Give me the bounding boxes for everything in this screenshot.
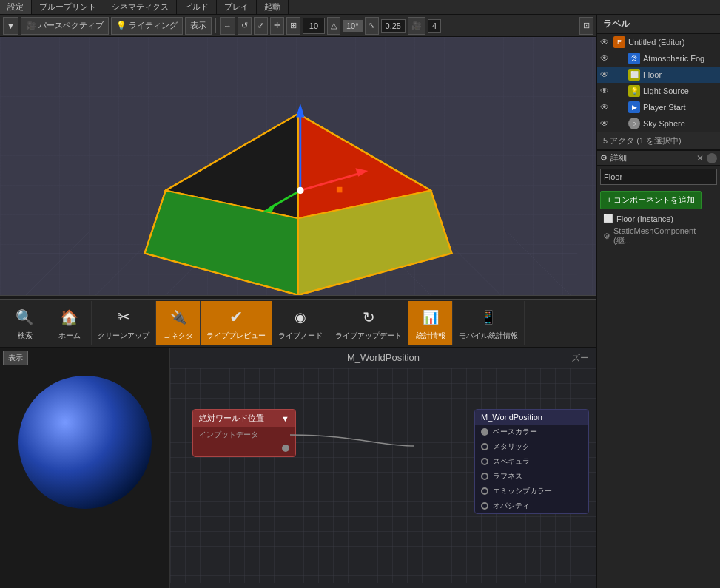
cam-speed-btn[interactable]: 🎥 [408,17,425,35]
grid-toggle[interactable]: ⊞ [286,17,300,35]
specular-pin[interactable] [481,458,488,465]
details-search-input[interactable] [600,169,717,185]
eye-icon-floor[interactable]: 👁 [600,70,610,80]
perspective-btn[interactable]: 🎥 パースペクティブ [21,17,109,35]
output-node[interactable]: M_WorldPosition ベースカラー メタリック [474,409,589,514]
output-pin[interactable] [282,445,289,452]
svg-line-8 [508,232,577,295]
tool-connector[interactable]: 🔌 コネクタ [156,301,201,345]
static-mesh-icon: ⚙ [603,232,610,241]
tool-search[interactable]: 🔍 検索 [3,301,47,345]
input-node-header: 絶対ワールド位置 ▼ [193,410,295,427]
icon-sky: ○ [628,118,640,129]
cleanup-icon: ✂ [112,305,135,329]
outliner-item-untitled[interactable]: 👁 E Untitled (Editor) [597,34,720,50]
pin-base-color: ベースカラー [475,425,588,439]
static-mesh-row: ⚙ StaticMeshComponent (継... [597,225,720,248]
icon-fog: 🌫 [628,53,640,64]
separator-1 [215,18,216,33]
opacity-pin[interactable] [481,502,488,510]
cam-speed-value: 4 [428,19,441,33]
viewport-scene [0,37,596,295]
viewport-3d[interactable] [0,37,596,295]
main-layout: ▼ 🎥 パースペクティブ 💡 ライティング 表示 ↔ ↺ ⤢ ✛ ⊞ △ 10°… [0,15,720,588]
tool-home[interactable]: 🏠 ホーム [47,301,92,345]
outliner-item-floor[interactable]: 👁 ⬜ Floor [597,67,720,83]
editor-canvas[interactable]: 絶対ワールド位置 ▼ インプットデータ [170,368,596,583]
eye-icon-sky[interactable]: 👁 [600,118,610,129]
eye-icon-light[interactable]: 👁 [600,86,610,96]
eye-icon-untitled[interactable]: 👁 [600,37,610,47]
node-expand-icon[interactable]: ▼ [281,414,289,423]
lighting-btn[interactable]: 💡 ライティング [111,17,183,35]
eye-icon-player[interactable]: 👁 [600,102,610,112]
instance-icon: ⬜ [603,214,613,223]
preview-panel: 表示 [0,348,170,588]
home-icon: 🏠 [58,305,81,329]
lighting-icon: 💡 [116,21,127,30]
stats-icon: 📊 [419,305,443,329]
details-panel: ⚙ 詳細 ✕ + コンポーネントを追加 ⬜ Floor (Instance) ⚙… [597,150,720,588]
outliner-item-light-source[interactable]: 👁 💡 Light Source [597,83,720,99]
viewport-toolbar: ▼ 🎥 パースペクティブ 💡 ライティング 表示 ↔ ↺ ⤢ ✛ ⊞ △ 10°… [0,15,596,37]
details-icon: ⚙ [600,153,608,163]
menu-launch[interactable]: 起動 [257,0,289,14]
roughness-pin[interactable] [481,473,488,480]
live-node-icon: ◉ [289,305,312,329]
details-expand-btn[interactable] [707,153,717,163]
pin-emissive: エミッシブカラー [475,484,588,499]
base-color-pin[interactable] [481,428,488,436]
display-btn[interactable]: 表示 [185,17,212,35]
svg-rect-21 [337,187,343,193]
tool-stats[interactable]: 📊 統計情報 [408,301,453,345]
preview-display-btn[interactable]: 表示 [3,351,28,365]
top-menu-bar: 設定 ブループリント シネマティクス ビルド プレイ 起動 [0,0,720,15]
pin-metallic: メタリック [475,439,588,454]
menu-settings[interactable]: 設定 [0,0,32,14]
outliner-item-atmospheric-fog[interactable]: 👁 🌫 Atmospheric Fog [597,50,720,67]
outliner-item-player-start[interactable]: 👁 ▶ Player Start [597,99,720,115]
search-icon: 🔍 [13,305,37,329]
menu-cinematics[interactable]: シネマティクス [104,0,177,14]
eye-icon-fog[interactable]: 👁 [600,53,610,64]
outliner-list: 👁 E Untitled (Editor) 👁 🌫 Atmospheric Fo… [597,34,720,132]
tool-mobile-stats[interactable]: 📱 モバイル統計情報 [453,301,525,345]
add-component-btn[interactable]: + コンポーネントを追加 [600,191,702,209]
viewport-dropdown-btn[interactable]: ▼ [3,17,18,35]
camera-icon: 🎥 [26,21,36,30]
tool-live-node[interactable]: ◉ ライブノード [272,301,329,345]
snap-value-input[interactable] [303,18,325,34]
outliner-header: ラベル [597,15,720,34]
outliner-item-sky-sphere[interactable]: 👁 ○ Sky Sphere [597,115,720,132]
pin-opacity: オパシティ [475,499,588,513]
bottom-content: 表示 M_WorldPosition ズー 絶対ワールド位置 ▼ [0,348,596,588]
svg-line-3 [19,232,89,295]
floor-instance-row: ⬜ Floor (Instance) [597,212,720,225]
rotate-tool[interactable]: ↺ [238,17,252,35]
menu-blueprint[interactable]: ブループリント [32,0,104,14]
maximize-btn[interactable]: ⊡ [579,17,593,35]
menu-play[interactable]: プレイ [217,0,257,14]
tool-live-preview[interactable]: ✔ ライブプレビュー [201,301,272,345]
scale-tool[interactable]: ⤢ [254,17,268,35]
icon-floor: ⬜ [628,69,640,81]
tool-live-update[interactable]: ↻ ライブアップデート [329,301,408,345]
translate-tool[interactable]: ↔ [220,17,235,35]
angle-tool[interactable]: △ [327,17,340,35]
live-update-icon: ↻ [357,305,380,329]
right-panel: ラベル 👁 E Untitled (Editor) 👁 🌫 Atmospheri… [596,15,720,588]
menu-build[interactable]: ビルド [177,0,217,14]
transform-tool[interactable]: ✛ [270,17,284,35]
emissive-pin[interactable] [481,487,488,495]
svg-marker-15 [296,104,304,118]
input-node[interactable]: 絶対ワールド位置 ▼ インプットデータ [192,409,296,457]
tool-cleanup[interactable]: ✂ クリーンアップ [92,301,156,345]
details-close-btn[interactable]: ✕ [696,153,704,163]
icon-light: 💡 [628,85,640,97]
icon-untitled: E [613,36,625,48]
metallic-pin[interactable] [481,443,488,450]
details-search-row [597,166,720,188]
scale-toggle[interactable]: ⤡ [365,17,379,35]
output-pin-row [199,443,289,453]
pin-specular: スペキュラ [475,454,588,469]
